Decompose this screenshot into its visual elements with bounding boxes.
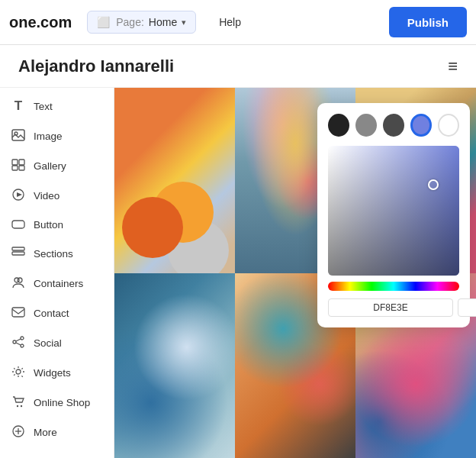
sidebar-item-contact[interactable]: Contact bbox=[0, 298, 114, 328]
svg-point-14 bbox=[21, 337, 24, 340]
sidebar-label-widgets: Widgets bbox=[34, 367, 71, 379]
svg-rect-5 bbox=[19, 166, 24, 170]
sidebar-label-button: Button bbox=[34, 219, 63, 231]
sidebar-item-text[interactable]: T Text bbox=[0, 91, 114, 121]
sidebar-label-gallery: Gallery bbox=[34, 160, 66, 172]
svg-rect-4 bbox=[12, 166, 18, 170]
page-label: Page: bbox=[116, 16, 144, 28]
svg-point-19 bbox=[16, 369, 21, 374]
svg-rect-10 bbox=[12, 252, 24, 255]
help-button[interactable]: Help bbox=[211, 11, 249, 33]
site-title: Alejandro Iannarelli bbox=[18, 56, 174, 76]
text-icon: T bbox=[11, 98, 26, 114]
image-icon bbox=[11, 129, 26, 144]
sidebar-item-more[interactable]: More bbox=[0, 418, 114, 447]
button-icon bbox=[11, 218, 26, 231]
svg-line-18 bbox=[16, 343, 21, 345]
gallery-icon bbox=[11, 159, 26, 173]
more-icon bbox=[11, 425, 26, 440]
color-gradient[interactable] bbox=[328, 146, 459, 276]
color-swatches bbox=[328, 114, 459, 137]
top-header: one.com ⬜ Page: Home ▾ Help Publish bbox=[0, 0, 476, 45]
svg-point-15 bbox=[13, 340, 16, 344]
sidebar-item-image[interactable]: Image bbox=[0, 121, 114, 151]
svg-point-20 bbox=[17, 405, 18, 407]
publish-button[interactable]: Publish bbox=[389, 7, 467, 37]
contact-icon bbox=[11, 306, 26, 321]
abstract-image-1 bbox=[114, 88, 235, 273]
main-area: T Text Image Gallery Video Button bbox=[0, 88, 476, 458]
svg-rect-13 bbox=[12, 308, 24, 317]
shop-icon bbox=[11, 395, 26, 410]
svg-line-17 bbox=[16, 339, 21, 341]
swatch-white[interactable] bbox=[438, 114, 459, 137]
sidebar-label-sections: Sections bbox=[34, 248, 73, 260]
sidebar-label-image: Image bbox=[34, 131, 63, 142]
sidebar-label-online-shop: Online Shop bbox=[34, 397, 90, 408]
svg-point-21 bbox=[21, 405, 22, 407]
sidebar-label-video: Video bbox=[34, 190, 60, 202]
swatch-gray[interactable] bbox=[355, 114, 377, 137]
sidebar: T Text Image Gallery Video Button bbox=[0, 88, 114, 458]
containers-icon bbox=[11, 276, 26, 291]
page-name: Home bbox=[149, 16, 177, 28]
sidebar-label-containers: Containers bbox=[34, 278, 83, 289]
video-icon bbox=[11, 189, 26, 203]
swatch-blue[interactable] bbox=[410, 114, 432, 137]
sidebar-item-online-shop[interactable]: Online Shop bbox=[0, 388, 114, 418]
social-icon bbox=[11, 336, 26, 350]
canvas-area bbox=[114, 88, 476, 458]
sidebar-label-text: Text bbox=[34, 101, 53, 112]
color-picker bbox=[317, 103, 470, 327]
r-input[interactable] bbox=[458, 298, 476, 317]
svg-rect-2 bbox=[12, 160, 18, 165]
gallery-cell-1[interactable] bbox=[114, 88, 235, 273]
svg-marker-7 bbox=[17, 192, 22, 197]
color-cursor[interactable] bbox=[428, 179, 439, 190]
gradient-background bbox=[328, 146, 459, 276]
logo: one.com bbox=[9, 14, 72, 31]
svg-point-16 bbox=[21, 344, 24, 347]
hex-input[interactable] bbox=[328, 298, 453, 317]
sidebar-label-contact: Contact bbox=[34, 308, 69, 319]
sidebar-item-button[interactable]: Button bbox=[0, 211, 114, 239]
sidebar-item-sections[interactable]: Sections bbox=[0, 239, 114, 269]
abstract-image-4 bbox=[114, 273, 235, 459]
hue-slider[interactable] bbox=[328, 282, 459, 291]
color-values bbox=[328, 298, 459, 317]
page-icon: ⬜ bbox=[97, 16, 110, 28]
widgets-icon bbox=[11, 366, 26, 380]
sections-icon bbox=[11, 247, 26, 261]
swatch-black[interactable] bbox=[328, 114, 349, 137]
svg-rect-3 bbox=[19, 160, 24, 165]
swatch-darkgray[interactable] bbox=[383, 114, 404, 137]
svg-rect-9 bbox=[12, 247, 24, 250]
svg-rect-8 bbox=[12, 221, 24, 228]
sidebar-label-social: Social bbox=[34, 337, 62, 349]
sidebar-item-gallery[interactable]: Gallery bbox=[0, 151, 114, 181]
sidebar-label-more: More bbox=[34, 427, 57, 438]
hamburger-menu-icon[interactable]: ≡ bbox=[448, 56, 458, 76]
chevron-down-icon: ▾ bbox=[182, 18, 186, 27]
page-selector[interactable]: ⬜ Page: Home ▾ bbox=[87, 11, 196, 34]
logo-text: one.com bbox=[9, 14, 72, 31]
sidebar-item-containers[interactable]: Containers bbox=[0, 269, 114, 298]
sidebar-item-widgets[interactable]: Widgets bbox=[0, 358, 114, 388]
sidebar-item-social[interactable]: Social bbox=[0, 328, 114, 358]
svg-point-12 bbox=[18, 278, 22, 282]
gallery-cell-4[interactable] bbox=[114, 273, 235, 459]
sidebar-item-video[interactable]: Video bbox=[0, 181, 114, 211]
site-header: Alejandro Iannarelli ≡ bbox=[0, 45, 476, 88]
